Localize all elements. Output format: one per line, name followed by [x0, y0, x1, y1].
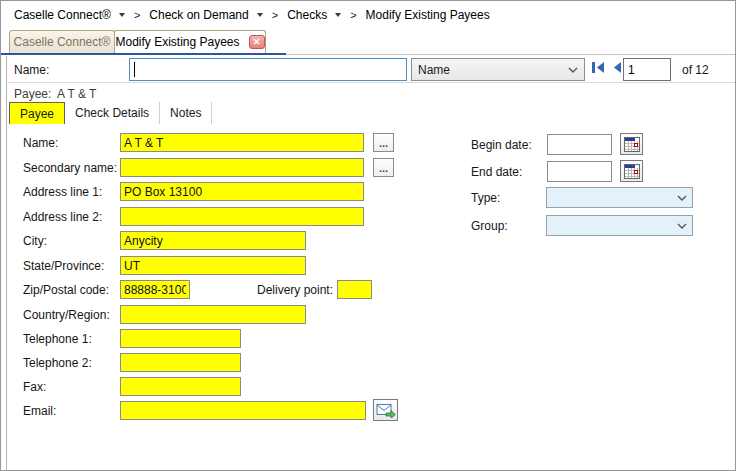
state-province-field[interactable] — [120, 256, 306, 275]
record-number-input[interactable] — [623, 58, 671, 81]
secondary-name-field[interactable] — [120, 158, 364, 177]
email-label: Email: — [23, 404, 56, 418]
telephone-1-field[interactable] — [120, 329, 241, 348]
search-input[interactable] — [129, 58, 407, 81]
begin-date-label: Begin date: — [471, 138, 532, 152]
record-total-label: of 12 — [682, 63, 709, 77]
subtab-payee[interactable]: Payee — [9, 102, 65, 124]
chevron-down-icon — [677, 195, 687, 202]
subtab-label: Check Details — [75, 106, 149, 120]
chevron-down-icon[interactable] — [257, 13, 263, 17]
payee-line-value: A T & T — [57, 87, 96, 101]
breadcrumb: Caselle Connect® > Check on Demand > Che… — [1, 1, 735, 29]
type-dropdown[interactable] — [546, 187, 693, 208]
divider — [7, 82, 736, 83]
first-record-button[interactable] — [591, 61, 606, 77]
breadcrumb-item-modify-existing-payees: Modify Existing Payees — [366, 8, 490, 22]
breadcrumb-separator: > — [350, 9, 356, 21]
calendar-icon — [624, 137, 640, 152]
end-date-calendar-button[interactable] — [620, 160, 643, 182]
payee-line-label: Payee: — [14, 87, 51, 101]
panel-border — [6, 56, 7, 471]
city-label: City: — [23, 234, 47, 248]
breadcrumb-item-caselle-connect[interactable]: Caselle Connect® — [14, 8, 125, 22]
tab-label: Caselle Connect® — [14, 35, 111, 49]
type-label: Type: — [471, 191, 500, 205]
end-date-field[interactable] — [547, 161, 612, 182]
previous-record-button[interactable] — [612, 61, 622, 77]
breadcrumb-item-check-on-demand[interactable]: Check on Demand — [149, 8, 262, 22]
send-email-button[interactable] — [373, 399, 398, 421]
zip-postal-code-field[interactable] — [120, 280, 190, 299]
breadcrumb-separator: > — [272, 9, 278, 21]
address-line-2-field[interactable] — [120, 207, 364, 226]
address-line-2-label: Address line 2: — [23, 210, 102, 224]
text-caret — [134, 62, 135, 77]
country-region-label: Country/Region: — [23, 308, 110, 322]
delivery-point-field[interactable] — [337, 280, 372, 299]
begin-date-field[interactable] — [547, 134, 612, 155]
secondary-name-label: Secondary name: — [23, 161, 117, 175]
name-label: Name: — [23, 136, 58, 150]
group-label: Group: — [471, 219, 508, 233]
email-field[interactable] — [120, 401, 366, 420]
telephone-2-label: Telephone 2: — [23, 356, 92, 370]
telephone-1-label: Telephone 1: — [23, 332, 92, 346]
subtab-notes[interactable]: Notes — [160, 102, 212, 124]
tab-underline — [1, 53, 286, 55]
tab-modify-existing-payees[interactable]: Modify Existing Payees ✕ — [114, 30, 266, 53]
delivery-point-label: Delivery point: — [257, 283, 333, 297]
chevron-down-icon[interactable] — [119, 13, 125, 17]
state-province-label: State/Province: — [23, 259, 104, 273]
telephone-2-field[interactable] — [120, 353, 241, 372]
tab-underline-right — [286, 54, 736, 55]
address-line-1-field[interactable] — [120, 182, 364, 201]
chevron-down-icon[interactable] — [335, 13, 341, 17]
calendar-icon — [624, 164, 640, 179]
begin-date-calendar-button[interactable] — [620, 133, 643, 155]
subtab-label: Payee — [20, 107, 54, 121]
city-field[interactable] — [120, 231, 306, 250]
fax-label: Fax: — [23, 380, 46, 394]
group-dropdown[interactable] — [546, 215, 693, 236]
subtab-check-details[interactable]: Check Details — [65, 102, 160, 124]
zip-postal-code-label: Zip/Postal code: — [23, 283, 109, 297]
previous-record-icon — [612, 61, 622, 74]
breadcrumb-item-checks[interactable]: Checks — [287, 8, 341, 22]
first-record-icon — [591, 61, 606, 74]
search-field-dropdown[interactable]: Name — [411, 58, 585, 81]
address-line-1-label: Address line 1: — [23, 185, 102, 199]
chevron-down-icon — [568, 67, 578, 74]
app-window: Caselle Connect® > Check on Demand > Che… — [0, 0, 736, 471]
end-date-label: End date: — [471, 165, 522, 179]
tab-label: Modify Existing Payees — [115, 35, 239, 49]
chevron-down-icon — [677, 223, 687, 230]
subtab-bar: Payee Check Details Notes — [9, 102, 212, 124]
name-browse-button[interactable]: ... — [373, 133, 394, 152]
name-field[interactable] — [120, 133, 364, 152]
search-name-label: Name: — [14, 63, 49, 77]
fax-field[interactable] — [120, 377, 241, 396]
country-region-field[interactable] — [120, 305, 306, 324]
breadcrumb-separator: > — [134, 9, 140, 21]
subtab-label: Notes — [170, 106, 201, 120]
search-field-dropdown-value: Name — [418, 63, 450, 77]
close-tab-icon[interactable]: ✕ — [249, 35, 265, 49]
email-icon — [376, 403, 396, 418]
secondary-name-browse-button[interactable]: ... — [373, 158, 394, 177]
tab-caselle-connect[interactable]: Caselle Connect® — [9, 30, 115, 53]
